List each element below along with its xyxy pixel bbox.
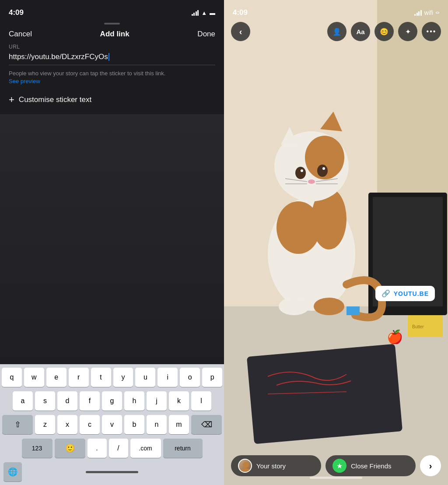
key-m[interactable]: m: [169, 415, 189, 434]
nav-bar: Cancel Add link Done: [0, 25, 224, 44]
text-button[interactable]: Aa: [351, 22, 370, 41]
more-icon: •••: [427, 28, 437, 35]
back-button[interactable]: ‹: [231, 22, 250, 41]
svg-point-21: [279, 298, 309, 315]
left-panel: 4:09 ▲ ▬ Cancel Add link Done URL https:…: [0, 0, 224, 485]
svg-text:🍎: 🍎: [387, 329, 403, 345]
plus-icon: +: [9, 94, 14, 105]
customise-label: Customise sticker text: [19, 95, 91, 104]
url-section: URL https://youtu.be/DLzxrzFCyOs People …: [0, 44, 224, 85]
key-o[interactable]: o: [180, 368, 200, 387]
url-value: https://youtu.be/DLzxrzFCyOs: [9, 53, 108, 61]
keyboard-row-1: q w e r t y u i o p: [2, 368, 222, 387]
story-background: Butter 🍎: [224, 0, 448, 485]
see-preview-link[interactable]: See preview: [9, 78, 40, 84]
right-home-indicator: [224, 470, 448, 485]
story-toolbar: ‹ 👤 Aa 😊 ✦ •••: [224, 22, 448, 41]
key-l[interactable]: l: [191, 391, 211, 411]
slash-key[interactable]: /: [109, 439, 128, 458]
keyboard-row-4: 123 🙂 . / .com return: [2, 439, 222, 458]
keyboard-footer: 🌐: [2, 462, 222, 483]
globe-key[interactable]: 🌐: [4, 462, 22, 481]
svg-point-28: [243, 462, 249, 468]
cancel-button[interactable]: Cancel: [9, 30, 32, 39]
keyboard-row-2: a s d f g h j k l: [2, 391, 222, 411]
key-d[interactable]: d: [57, 391, 77, 411]
more-button[interactable]: •••: [422, 22, 441, 41]
period-key[interactable]: .: [88, 439, 107, 458]
text-cursor: [108, 53, 109, 61]
left-status-icons: ▲ ▬: [192, 10, 215, 16]
shift-key[interactable]: ⇧: [2, 415, 33, 434]
url-label: URL: [9, 44, 215, 50]
key-b[interactable]: b: [124, 415, 144, 434]
key-c[interactable]: c: [80, 415, 100, 434]
svg-point-15: [322, 167, 325, 170]
toolbar-right-actions: 👤 Aa 😊 ✦ •••: [327, 22, 441, 41]
key-k[interactable]: k: [169, 391, 189, 411]
sticker-button[interactable]: 😊: [374, 22, 394, 41]
key-s[interactable]: s: [35, 391, 55, 411]
svg-rect-25: [346, 306, 360, 315]
key-h[interactable]: h: [124, 391, 144, 411]
key-f[interactable]: f: [80, 391, 100, 411]
key-u[interactable]: u: [135, 368, 155, 387]
return-key[interactable]: return: [163, 439, 203, 458]
key-g[interactable]: g: [102, 391, 122, 411]
back-icon: ‹: [239, 27, 242, 37]
globe-icon: 🌐: [8, 467, 18, 477]
key-t[interactable]: t: [91, 368, 111, 387]
effects-button[interactable]: ✦: [398, 22, 417, 41]
keyboard-row-3: ⇧ z x c v b n m ⌫: [2, 415, 222, 434]
svg-point-12: [295, 167, 306, 179]
emoji-key[interactable]: 🙂: [55, 439, 85, 458]
key-r[interactable]: r: [69, 368, 89, 387]
modal-title: Add link: [100, 30, 130, 39]
left-status-bar: 4:09 ▲ ▬: [0, 0, 224, 19]
left-time: 4:09: [9, 8, 24, 17]
key-i[interactable]: i: [158, 368, 178, 387]
star-icon: ★: [336, 462, 343, 470]
right-panel: Butter 🍎 4:09 wifi: [224, 0, 448, 485]
right-wifi-icon: wifi: [424, 9, 433, 16]
dotcom-key[interactable]: .com: [130, 439, 161, 458]
key-z[interactable]: z: [35, 415, 55, 434]
right-status-icons: wifi: [414, 9, 439, 16]
link-sticker-text: YOUTU.BE: [394, 290, 429, 297]
sparkle-icon: ✦: [405, 28, 411, 36]
url-hint: People who view your story can tap the s…: [9, 70, 215, 85]
key-v[interactable]: v: [102, 415, 122, 434]
customise-sticker-button[interactable]: + Customise sticker text: [0, 85, 224, 114]
delete-key[interactable]: ⌫: [191, 415, 222, 434]
key-y[interactable]: y: [113, 368, 133, 387]
cat-svg: Butter 🍎: [224, 0, 448, 485]
right-home-bar: [310, 477, 362, 479]
done-button[interactable]: Done: [197, 30, 215, 39]
key-p[interactable]: p: [202, 368, 222, 387]
key-x[interactable]: x: [57, 415, 77, 434]
text-icon: Aa: [356, 28, 364, 35]
key-j[interactable]: j: [147, 391, 167, 411]
keyboard: q w e r t y u i o p a s d f g h j k l ⇧ …: [0, 364, 224, 485]
svg-point-22: [314, 298, 344, 315]
key-q[interactable]: q: [2, 368, 22, 387]
svg-point-16: [308, 179, 315, 184]
close-friends-label: Close Friends: [351, 462, 392, 470]
right-signal-icon: [414, 10, 422, 16]
battery-icon: ▬: [210, 10, 215, 16]
signal-icon: [192, 10, 199, 16]
send-arrow-icon: ›: [429, 461, 432, 471]
link-sticker-icon: 🔗: [382, 289, 390, 298]
key-e[interactable]: e: [46, 368, 66, 387]
svg-point-14: [301, 169, 303, 172]
key-n[interactable]: n: [147, 415, 167, 434]
tag-person-icon: 👤: [332, 28, 341, 36]
key-w[interactable]: w: [24, 368, 44, 387]
key-a[interactable]: a: [13, 391, 33, 411]
url-input-container[interactable]: https://youtu.be/DLzxrzFCyOs: [9, 53, 215, 65]
right-time: 4:09: [233, 8, 248, 17]
numbers-key[interactable]: 123: [22, 439, 52, 458]
tag-button[interactable]: 👤: [327, 22, 346, 41]
right-status-bar: 4:09 wifi: [224, 0, 448, 19]
link-sticker[interactable]: 🔗 YOUTU.BE: [375, 286, 435, 301]
